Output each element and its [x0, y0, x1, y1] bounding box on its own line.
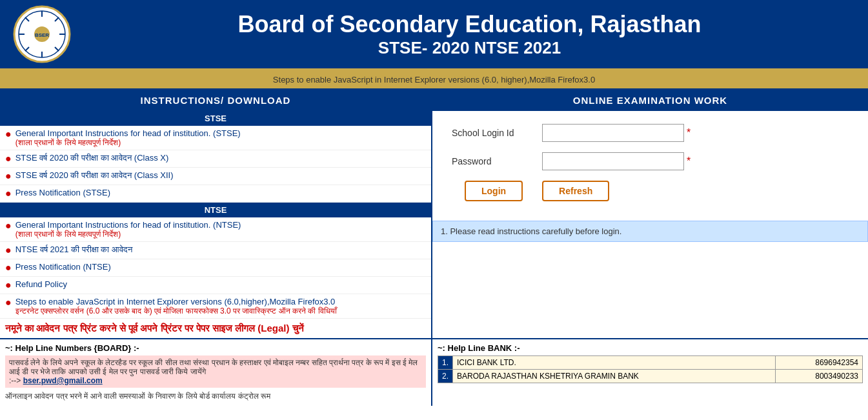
helpline-text-1: पासवर्ड लेने के लिये अपने स्कूल के लेटरह… — [9, 358, 418, 376]
list-item: ● STSE वर्ष 2020 की परीक्षा का आवेदन (Cl… — [0, 150, 431, 168]
school-login-input[interactable] — [542, 124, 684, 142]
print-notice-block: नमूने का आवेदन पत्र प्रिंट करने से पूर्व… — [0, 319, 431, 338]
table-row: 2. BARODA RAJASTHAN KSHETRIYA GRAMIN BAN… — [438, 370, 863, 383]
ntse-link-2[interactable]: NTSE वर्ष 2021 की परीक्षा का आवेदन — [15, 245, 132, 255]
helpline-bank-title: ~: Help Line BANK :- — [438, 343, 863, 353]
print-notice: नमूने का आवेदन पत्र प्रिंट करने से पूर्व… — [5, 320, 304, 336]
bullet-icon: ● — [5, 220, 12, 232]
helpline-arrow: :--> — [9, 376, 23, 385]
school-login-row: School Login Id * — [452, 124, 849, 142]
list-item: ● Press Notification (NTSE) — [0, 259, 431, 277]
svg-text:BSER: BSER — [35, 32, 49, 38]
password-input[interactable] — [542, 152, 684, 170]
ntse-press-link[interactable]: Press Notification (NTSE) — [15, 262, 111, 272]
list-item: ● Refund Policy — [0, 277, 431, 294]
bottom-right-panel: ~: Help Line BANK :- 1. ICICI BANK LTD. … — [432, 339, 868, 406]
school-login-label: School Login Id — [452, 128, 542, 138]
bullet-icon: ● — [5, 279, 12, 291]
ntse-link-1-sub[interactable]: (शाला प्रधानों के लिये महत्वपूर्ण निर्दे… — [15, 230, 241, 239]
stse-link-1-sub[interactable]: (शाला प्रधानों के लिये महत्वपूर्ण निर्दे… — [15, 138, 241, 147]
required-star-login: * — [687, 127, 691, 139]
header-subtitle: STSE- 2020 NTSE 2021 — [84, 38, 855, 58]
stse-link-2[interactable]: STSE वर्ष 2020 की परीक्षा का आवेदन (Clas… — [15, 153, 169, 163]
js-steps-link[interactable]: Steps to enable JavaScript in Internet E… — [15, 297, 337, 306]
form-buttons: Login Refresh — [465, 181, 849, 201]
stse-link-3[interactable]: STSE वर्ष 2020 की परीक्षा का आवेदन (Clas… — [15, 170, 174, 181]
login-form: School Login Id * Password * Login Refre… — [432, 111, 868, 214]
refresh-button[interactable]: Refresh — [542, 181, 609, 201]
js-steps-hindi: इन्टरनेट एक्सप्लोरर वर्सन (6.0 और उसके ब… — [15, 306, 337, 315]
info-bar: Steps to enable JavaScript in Internet E… — [0, 71, 868, 88]
ntse-link-1[interactable]: General Important Instructions for head … — [15, 220, 241, 230]
page-header: BSER Board of Secondary Education, Rajas… — [0, 0, 868, 71]
bank-phone-2: 8003490233 — [775, 370, 862, 383]
password-label: Password — [452, 156, 542, 166]
bank-name-1: ICICI BANK LTD. — [453, 356, 776, 370]
list-item: ● General Important Instructions for hea… — [0, 126, 431, 150]
stse-press-link[interactable]: Press Notification (STSE) — [15, 188, 110, 197]
required-star-password: * — [687, 155, 691, 167]
list-item: ● General Important Instructions for hea… — [0, 217, 431, 242]
refund-policy-link[interactable]: Refund Policy — [15, 279, 67, 289]
login-notice: 1. Please read instructions carefully be… — [432, 221, 868, 242]
bullet-icon: ● — [5, 245, 12, 256]
header-text-block: Board of Secondary Education, Rajasthan … — [84, 11, 855, 58]
left-panel-header: INSTRUCTIONS/ DOWNLOAD — [0, 90, 431, 111]
bank-row-num-1: 1. — [438, 356, 453, 370]
bank-name-2: BARODA RAJASTHAN KSHETRIYA GRAMIN BANK — [453, 370, 776, 383]
right-panel: ONLINE EXAMINATION WORK School Login Id … — [432, 90, 868, 338]
bottom-section: ~: Help Line Numbers {BOARD} :- पासवर्ड … — [0, 338, 868, 406]
bullet-icon: ● — [5, 188, 12, 199]
link-block: Steps to enable JavaScript in Internet E… — [15, 297, 337, 315]
list-item: ● NTSE वर्ष 2021 की परीक्षा का आवेदन — [0, 242, 431, 259]
ntse-section-header: NTSE — [0, 203, 431, 217]
logo: BSER — [13, 5, 71, 63]
password-row: Password * — [452, 152, 849, 170]
link-block: General Important Instructions for head … — [15, 128, 241, 147]
bullet-icon: ● — [5, 170, 12, 182]
bullet-icon: ● — [5, 128, 12, 140]
table-row: 1. ICICI BANK LTD. 8696942354 — [438, 356, 863, 370]
bank-phone-1: 8696942354 — [775, 356, 862, 370]
left-panel: INSTRUCTIONS/ DOWNLOAD STSE ● General Im… — [0, 90, 432, 338]
bottom-left-panel: ~: Help Line Numbers {BOARD} :- पासवर्ड … — [0, 339, 432, 406]
helpline-email[interactable]: bser.pwd@gmail.com — [23, 376, 103, 385]
helpline-board-text: पासवर्ड लेने के लिये अपने स्कूल के लेटरह… — [5, 355, 426, 388]
main-content: INSTRUCTIONS/ DOWNLOAD STSE ● General Im… — [0, 88, 868, 338]
stse-link-1[interactable]: General Important Instructions for head … — [15, 128, 241, 138]
header-title: Board of Secondary Education, Rajasthan — [84, 11, 855, 38]
info-bar-text: Steps to enable JavaScript in Internet E… — [273, 75, 595, 85]
list-item: ● Steps to enable JavaScript in Internet… — [0, 294, 431, 319]
helpline-text-2: ऑनलाइन आवेदन पत्र भरने में आने वाली समस्… — [5, 390, 426, 402]
bank-row-num-2: 2. — [438, 370, 453, 383]
link-block: General Important Instructions for head … — [15, 220, 241, 239]
bullet-icon: ● — [5, 153, 12, 165]
list-item: ● STSE वर्ष 2020 की परीक्षा का आवेदन (Cl… — [0, 168, 431, 185]
list-item: ● Press Notification (STSE) — [0, 185, 431, 203]
bank-table: 1. ICICI BANK LTD. 8696942354 2. BARODA … — [438, 355, 863, 383]
bullet-icon: ● — [5, 262, 12, 274]
login-button[interactable]: Login — [465, 181, 523, 201]
right-panel-header: ONLINE EXAMINATION WORK — [432, 90, 868, 111]
helpline-board-title: ~: Help Line Numbers {BOARD} :- — [5, 343, 426, 353]
stse-section-header: STSE — [0, 111, 431, 126]
bullet-icon: ● — [5, 297, 12, 308]
